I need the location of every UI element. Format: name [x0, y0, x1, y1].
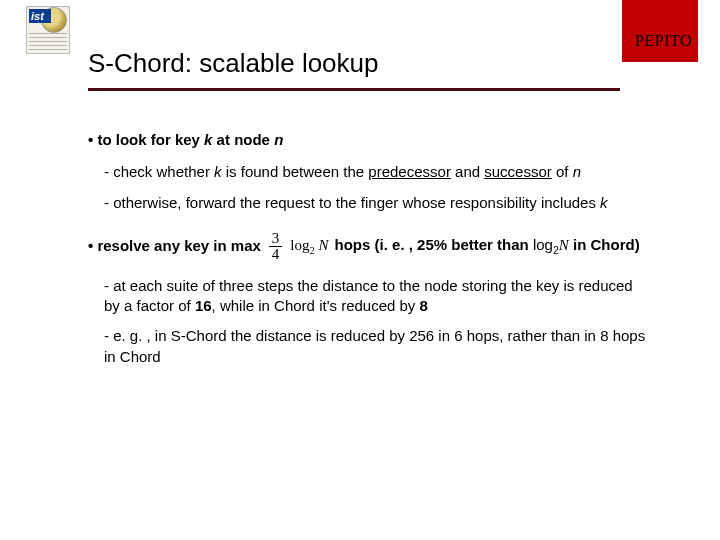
log-text: log [290, 237, 309, 253]
slide-title: S-Chord: scalable lookup [88, 48, 379, 79]
text: hops (i. e. , 25% better than [335, 236, 533, 253]
text: is found between the [222, 163, 369, 180]
header-label: PEPITO [635, 32, 692, 50]
denominator: 4 [269, 247, 283, 262]
var-N: N [559, 237, 569, 253]
bullet-1a: check whether k is found between the pre… [104, 162, 648, 182]
text: otherwise, forward the request to the fi… [113, 194, 600, 211]
bullet-2: • resolve any key in max 3 4 log2 N hops… [88, 231, 648, 262]
logo-text: ist [31, 10, 44, 22]
successor: successor [484, 163, 552, 180]
slide-body: • to look for key k at node n check whet… [88, 130, 648, 377]
title-rule [88, 88, 620, 91]
var-k: k [214, 163, 222, 180]
text: at node [212, 131, 274, 148]
subscript-2: 2 [310, 245, 315, 256]
text: • resolve any key in max [88, 236, 261, 256]
bullet-2a: at each suite of three steps the distanc… [104, 276, 648, 317]
log2N: log2 N [290, 235, 328, 258]
log2N-2: log2N [533, 236, 569, 253]
var-k: k [600, 194, 608, 211]
text: in Chord) [569, 236, 640, 253]
header-accent-box [622, 0, 698, 62]
text: , while in Chord it's reduced by [212, 297, 420, 314]
num-8: 8 [420, 297, 428, 314]
text: • to look for key [88, 131, 204, 148]
var-n: n [573, 163, 581, 180]
text: of [552, 163, 573, 180]
predecessor: predecessor [368, 163, 451, 180]
bullet-2b: e. g. , in S-Chord the distance is reduc… [104, 326, 648, 367]
text: check whether [113, 163, 214, 180]
bullet-1b: otherwise, forward the request to the fi… [104, 193, 648, 213]
slide: PEPITO ist S-Chord: scalable lookup • to… [0, 0, 720, 540]
text: hops (i. e. , 25% better than log2N in C… [335, 235, 640, 257]
fraction-3-4: 3 4 [269, 231, 283, 262]
text: e. g. , in S-Chord the distance is reduc… [104, 327, 645, 364]
bullet-1: • to look for key k at node n [88, 130, 648, 150]
logo-lines [29, 33, 67, 51]
log-text: log [533, 236, 553, 253]
num-16: 16 [195, 297, 212, 314]
numerator: 3 [269, 231, 283, 247]
ist-logo: ist [26, 6, 70, 54]
var-n: n [274, 131, 283, 148]
var-N: N [319, 237, 329, 253]
text: and [451, 163, 484, 180]
